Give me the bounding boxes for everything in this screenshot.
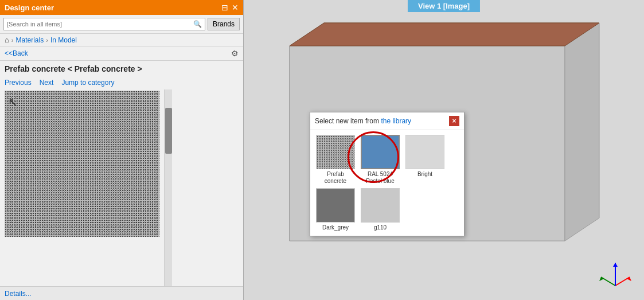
search-input[interactable] — [7, 21, 193, 28]
dialog-items-container: Prefabconcrete RAL 5024Pastel blue Brigh… — [310, 130, 464, 236]
breadcrumb-sep-2: › — [46, 37, 48, 44]
gear-icon[interactable]: ⚙ — [231, 49, 239, 58]
thumb-bright — [405, 135, 444, 169]
back-row: <<Back ⚙ — [0, 46, 243, 61]
dialog-title-highlight: the library — [381, 117, 411, 125]
dialog-title: Select new item from the library — [315, 117, 411, 125]
svg-marker-4 — [290, 23, 599, 46]
search-icon: 🔍 — [193, 20, 202, 28]
thumb-ral5024 — [361, 135, 400, 169]
breadcrumb-in-model[interactable]: In Model — [50, 36, 77, 44]
close-icon[interactable]: ✕ — [232, 3, 239, 11]
next-button[interactable]: Next — [40, 79, 54, 87]
svg-marker-3 — [565, 23, 599, 241]
details-bar: Details... — [0, 286, 243, 300]
label-g110: g110 — [374, 224, 387, 231]
select-item-dialog: Select new item from the library × Prefa… — [310, 112, 465, 236]
search-row: 🔍 Brands — [0, 15, 243, 34]
view-title: View 1 [Image] — [408, 0, 480, 12]
material-preview: ↖ — [5, 91, 159, 237]
breadcrumb: ⌂ › Materials › In Model — [0, 34, 243, 46]
back-link[interactable]: <<Back — [5, 49, 28, 57]
design-center-title: Design center — [5, 3, 54, 12]
category-title: Prefab concrete < Prefab concrete > — [0, 61, 243, 77]
dialog-header: Select new item from the library × — [310, 112, 464, 130]
label-ral5024: RAL 5024Pastel blue — [366, 171, 394, 185]
pin-icon[interactable]: ⊟ — [221, 3, 228, 11]
home-breadcrumb[interactable]: ⌂ — [5, 36, 9, 44]
breadcrumb-sep-1: › — [11, 37, 14, 44]
dialog-item-ral5024[interactable]: RAL 5024Pastel blue — [360, 135, 401, 185]
previous-button[interactable]: Previous — [5, 79, 32, 87]
label-prefab-concrete: Prefabconcrete — [325, 171, 346, 185]
jump-to-category-button[interactable]: Jump to category — [61, 79, 114, 87]
label-bright: Bright — [417, 171, 432, 178]
details-link[interactable]: Details... — [5, 290, 32, 298]
dialog-item-dark-grey[interactable]: Dark_grey — [315, 188, 356, 231]
preview-container: ↖ — [0, 89, 243, 286]
titlebar-icons: ⊟ ✕ — [221, 3, 239, 11]
thumb-g110 — [361, 188, 400, 223]
thumb-dark-grey — [316, 188, 355, 223]
svg-marker-10 — [613, 263, 618, 267]
brands-button[interactable]: Brands — [208, 18, 240, 30]
axes-indicator — [598, 257, 633, 291]
concrete-texture — [5, 91, 159, 237]
thumb-prefab-concrete — [316, 135, 355, 169]
svg-marker-6 — [627, 277, 631, 281]
design-center-panel: Design center ⊟ ✕ 🔍 Brands ⌂ › Materials… — [0, 0, 244, 300]
scrollbar-thumb[interactable] — [165, 108, 172, 154]
dialog-item-g110[interactable]: g110 — [360, 188, 401, 231]
search-box[interactable]: 🔍 — [3, 18, 205, 30]
view-area: View 1 [Image] Select new item from the … — [244, 0, 644, 300]
scrollbar[interactable] — [164, 89, 172, 286]
dialog-item-prefab-concrete[interactable]: Prefabconcrete — [315, 135, 356, 185]
content-area: ↖ — [0, 89, 243, 286]
breadcrumb-materials[interactable]: Materials — [16, 36, 44, 44]
design-center-titlebar: Design center ⊟ ✕ — [0, 0, 243, 15]
dialog-close-button[interactable]: × — [449, 116, 459, 126]
nav-row: Previous Next Jump to category — [0, 77, 243, 89]
label-dark-grey: Dark_grey — [322, 224, 349, 231]
svg-marker-8 — [599, 277, 604, 281]
dialog-item-bright[interactable]: Bright — [404, 135, 446, 185]
cursor-arrow: ↖ — [8, 95, 18, 109]
